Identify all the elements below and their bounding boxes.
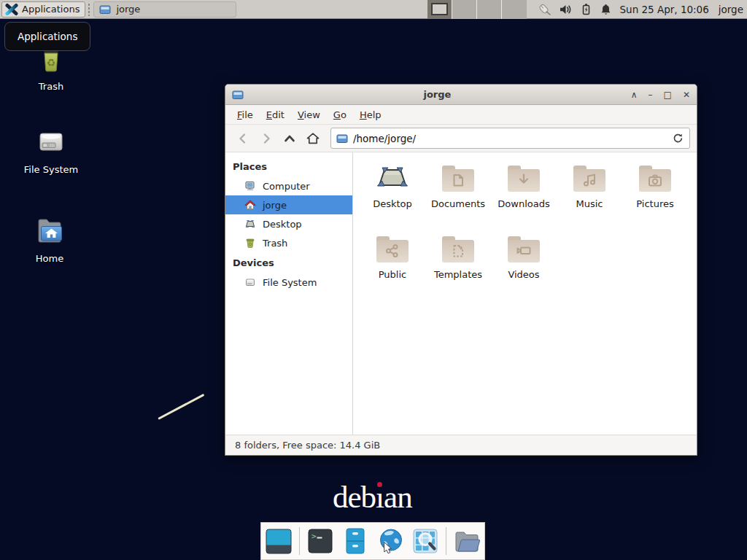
pictures-folder-icon (637, 163, 673, 195)
home-icon (244, 199, 256, 211)
window-title: jorge (244, 89, 631, 100)
logo-text: an (384, 480, 412, 514)
panel-handle[interactable] (88, 3, 91, 16)
forward-icon (259, 131, 274, 146)
user-indicator[interactable]: jorge (719, 4, 743, 15)
tooltip-text: Applications (18, 31, 77, 42)
hard-drive-icon (34, 124, 69, 159)
folder-label: Music (576, 198, 603, 209)
address-bar[interactable]: /home/jorge/ (330, 128, 690, 149)
workspace-4[interactable] (502, 0, 527, 19)
workspace-3[interactable] (477, 0, 502, 19)
menu-view[interactable]: View (291, 106, 327, 124)
workspace-1[interactable] (427, 0, 452, 19)
folder-item-pictures[interactable]: Pictures (622, 159, 688, 230)
up-icon (282, 131, 297, 146)
open-folder-icon (452, 526, 481, 556)
sidebar-item-jorge[interactable]: jorge (225, 195, 352, 214)
debian-wallpaper-logo: debıan (333, 479, 412, 515)
status-text: 8 folders, Free space: 14.4 GiB (235, 440, 380, 451)
home-folder-icon (32, 213, 67, 248)
show-desktop-icon (264, 526, 293, 556)
sidebar-item-trash[interactable]: Trash (225, 233, 352, 252)
notification-bell-icon[interactable] (600, 3, 612, 16)
applications-menu-button[interactable]: Applications (1, 1, 85, 18)
folder-item-videos[interactable]: Videos (491, 230, 557, 300)
top-panel: Applications jorge (0, 0, 747, 19)
folder-item-music[interactable]: Music (557, 159, 622, 230)
reload-icon[interactable] (672, 132, 684, 144)
back-icon (236, 131, 250, 146)
application-finder-launcher[interactable] (411, 526, 440, 556)
back-button[interactable] (232, 128, 253, 149)
web-browser-launcher[interactable] (376, 526, 405, 556)
window-content: Places Computer jorge (225, 152, 697, 435)
public-folder-icon (374, 233, 411, 265)
svg-text:♻: ♻ (47, 57, 56, 69)
close-button[interactable]: ✕ (683, 90, 690, 99)
minimize-button[interactable]: – (649, 90, 653, 99)
volume-icon[interactable] (559, 3, 573, 16)
applications-tooltip: Applications (4, 22, 90, 51)
desktop-surface-icon (374, 163, 411, 195)
menu-help[interactable]: Help (353, 106, 388, 124)
menu-edit[interactable]: Edit (260, 106, 291, 124)
folder-item-documents[interactable]: Documents (425, 159, 491, 230)
forward-button[interactable] (255, 128, 276, 149)
window-titlebar[interactable]: jorge ∧ – □ ✕ (225, 85, 697, 105)
sidebar-item-computer[interactable]: Computer (225, 176, 352, 195)
desktop-icon (244, 218, 256, 230)
desktop-icon-label: Home (6, 253, 93, 264)
folder-label: Documents (431, 198, 485, 209)
maximize-button[interactable]: □ (664, 90, 672, 99)
show-desktop-button[interactable] (264, 526, 293, 556)
folder-label: Pictures (636, 198, 673, 209)
folder-label: Desktop (373, 198, 412, 209)
battery-icon[interactable] (580, 3, 592, 16)
folder-item-templates[interactable]: Templates (425, 230, 491, 300)
terminal-launcher[interactable]: > (306, 526, 335, 556)
videos-folder-icon (506, 233, 542, 265)
file-cabinet-launcher[interactable] (341, 526, 370, 556)
sidebar-header-places: Places (225, 156, 352, 176)
folder-item-desktop[interactable]: Desktop (360, 159, 425, 230)
system-tray (537, 2, 612, 16)
taskbar-item-jorge[interactable]: jorge (93, 1, 236, 18)
mouse-settings-icon[interactable] (537, 2, 551, 16)
window-folder-icon (232, 89, 244, 101)
sidebar-item-label: File System (263, 277, 317, 288)
sidebar-item-file-system[interactable]: File System (225, 273, 352, 292)
desktop-icon-label: Trash (7, 81, 95, 92)
up-button[interactable] (279, 128, 300, 149)
home-button[interactable] (302, 128, 323, 149)
hard-drive-icon (244, 276, 256, 288)
window-controls: ∧ – □ ✕ (631, 90, 690, 99)
wallpaper-swirl-line (158, 394, 204, 420)
folder-item-downloads[interactable]: Downloads (491, 159, 557, 230)
address-input[interactable]: /home/jorge/ (353, 133, 667, 144)
dock-separator (446, 527, 446, 555)
folder-label: Templates (434, 269, 482, 280)
workspace-switcher[interactable] (427, 0, 527, 19)
folder-item-public[interactable]: Public (360, 230, 425, 300)
music-folder-icon (571, 163, 608, 195)
xfce-logo-icon (5, 3, 18, 16)
folder-label: Public (379, 269, 406, 280)
applications-menu-label: Applications (22, 4, 80, 15)
workspace-2[interactable] (452, 0, 477, 19)
directory-menu-launcher[interactable] (452, 526, 481, 556)
desktop-icon-file-system[interactable]: File System (7, 124, 95, 175)
shade-button[interactable]: ∧ (631, 90, 638, 99)
folder-view: Desktop Documents (353, 152, 697, 435)
computer-icon (244, 180, 256, 192)
status-bar: 8 folders, Free space: 14.4 GiB (225, 435, 697, 455)
sidebar-item-desktop[interactable]: Desktop (225, 214, 352, 233)
folder-label: Videos (508, 269, 539, 280)
clock[interactable]: Sun 25 Apr, 10:06 (620, 4, 709, 15)
home-icon (306, 131, 320, 146)
dock-separator (299, 527, 300, 555)
desktop-icon-home[interactable]: Home (6, 213, 93, 264)
menu-file[interactable]: File (231, 106, 260, 124)
logo-text: deb (333, 480, 376, 514)
menu-go[interactable]: Go (327, 106, 353, 124)
